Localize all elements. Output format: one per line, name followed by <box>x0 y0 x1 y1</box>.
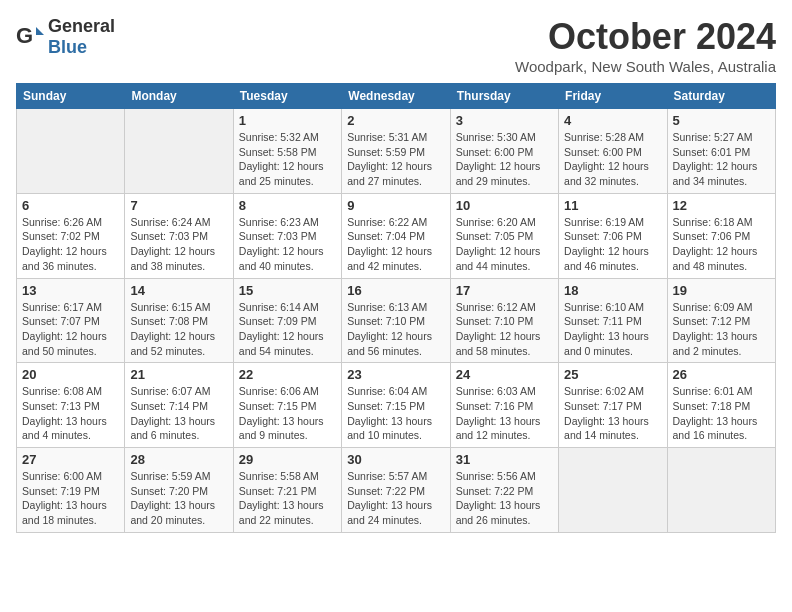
day-number: 30 <box>347 452 444 467</box>
day-info: Sunrise: 6:22 AMSunset: 7:04 PMDaylight:… <box>347 215 444 274</box>
day-cell: 30Sunrise: 5:57 AMSunset: 7:22 PMDayligh… <box>342 448 450 533</box>
day-info: Sunrise: 6:08 AMSunset: 7:13 PMDaylight:… <box>22 384 119 443</box>
header-row: Sunday Monday Tuesday Wednesday Thursday… <box>17 84 776 109</box>
day-cell: 6Sunrise: 6:26 AMSunset: 7:02 PMDaylight… <box>17 193 125 278</box>
day-cell: 18Sunrise: 6:10 AMSunset: 7:11 PMDayligh… <box>559 278 667 363</box>
day-info: Sunrise: 5:58 AMSunset: 7:21 PMDaylight:… <box>239 469 336 528</box>
col-monday: Monday <box>125 84 233 109</box>
logo-text: General Blue <box>48 16 115 58</box>
day-cell: 24Sunrise: 6:03 AMSunset: 7:16 PMDayligh… <box>450 363 558 448</box>
day-info: Sunrise: 6:14 AMSunset: 7:09 PMDaylight:… <box>239 300 336 359</box>
day-cell: 4Sunrise: 5:28 AMSunset: 6:00 PMDaylight… <box>559 109 667 194</box>
day-cell: 5Sunrise: 5:27 AMSunset: 6:01 PMDaylight… <box>667 109 775 194</box>
day-number: 22 <box>239 367 336 382</box>
day-number: 28 <box>130 452 227 467</box>
day-cell <box>667 448 775 533</box>
week-row-2: 6Sunrise: 6:26 AMSunset: 7:02 PMDaylight… <box>17 193 776 278</box>
day-number: 8 <box>239 198 336 213</box>
col-saturday: Saturday <box>667 84 775 109</box>
day-info: Sunrise: 5:28 AMSunset: 6:00 PMDaylight:… <box>564 130 661 189</box>
day-number: 12 <box>673 198 770 213</box>
day-number: 24 <box>456 367 553 382</box>
day-number: 23 <box>347 367 444 382</box>
day-cell: 2Sunrise: 5:31 AMSunset: 5:59 PMDaylight… <box>342 109 450 194</box>
day-info: Sunrise: 6:02 AMSunset: 7:17 PMDaylight:… <box>564 384 661 443</box>
day-number: 10 <box>456 198 553 213</box>
col-thursday: Thursday <box>450 84 558 109</box>
day-cell <box>125 109 233 194</box>
day-info: Sunrise: 6:17 AMSunset: 7:07 PMDaylight:… <box>22 300 119 359</box>
day-number: 27 <box>22 452 119 467</box>
svg-text:G: G <box>16 23 33 48</box>
day-info: Sunrise: 6:18 AMSunset: 7:06 PMDaylight:… <box>673 215 770 274</box>
day-info: Sunrise: 6:07 AMSunset: 7:14 PMDaylight:… <box>130 384 227 443</box>
logo-icon: G <box>16 23 44 51</box>
week-row-1: 1Sunrise: 5:32 AMSunset: 5:58 PMDaylight… <box>17 109 776 194</box>
day-cell: 28Sunrise: 5:59 AMSunset: 7:20 PMDayligh… <box>125 448 233 533</box>
day-number: 25 <box>564 367 661 382</box>
logo-blue: Blue <box>48 37 87 57</box>
day-cell: 13Sunrise: 6:17 AMSunset: 7:07 PMDayligh… <box>17 278 125 363</box>
day-cell <box>17 109 125 194</box>
day-number: 5 <box>673 113 770 128</box>
day-cell: 1Sunrise: 5:32 AMSunset: 5:58 PMDaylight… <box>233 109 341 194</box>
day-number: 26 <box>673 367 770 382</box>
day-cell: 11Sunrise: 6:19 AMSunset: 7:06 PMDayligh… <box>559 193 667 278</box>
day-cell: 22Sunrise: 6:06 AMSunset: 7:15 PMDayligh… <box>233 363 341 448</box>
day-info: Sunrise: 5:59 AMSunset: 7:20 PMDaylight:… <box>130 469 227 528</box>
day-cell: 17Sunrise: 6:12 AMSunset: 7:10 PMDayligh… <box>450 278 558 363</box>
day-info: Sunrise: 6:00 AMSunset: 7:19 PMDaylight:… <box>22 469 119 528</box>
day-number: 11 <box>564 198 661 213</box>
day-info: Sunrise: 6:12 AMSunset: 7:10 PMDaylight:… <box>456 300 553 359</box>
day-info: Sunrise: 6:20 AMSunset: 7:05 PMDaylight:… <box>456 215 553 274</box>
day-info: Sunrise: 5:31 AMSunset: 5:59 PMDaylight:… <box>347 130 444 189</box>
day-cell: 31Sunrise: 5:56 AMSunset: 7:22 PMDayligh… <box>450 448 558 533</box>
day-cell: 26Sunrise: 6:01 AMSunset: 7:18 PMDayligh… <box>667 363 775 448</box>
day-info: Sunrise: 5:32 AMSunset: 5:58 PMDaylight:… <box>239 130 336 189</box>
calendar-header: Sunday Monday Tuesday Wednesday Thursday… <box>17 84 776 109</box>
day-number: 19 <box>673 283 770 298</box>
day-number: 1 <box>239 113 336 128</box>
day-cell: 15Sunrise: 6:14 AMSunset: 7:09 PMDayligh… <box>233 278 341 363</box>
day-info: Sunrise: 6:10 AMSunset: 7:11 PMDaylight:… <box>564 300 661 359</box>
day-cell <box>559 448 667 533</box>
day-number: 9 <box>347 198 444 213</box>
page-header: G General Blue October 2024 Woodpark, Ne… <box>16 16 776 75</box>
day-info: Sunrise: 5:30 AMSunset: 6:00 PMDaylight:… <box>456 130 553 189</box>
day-info: Sunrise: 5:56 AMSunset: 7:22 PMDaylight:… <box>456 469 553 528</box>
day-cell: 29Sunrise: 5:58 AMSunset: 7:21 PMDayligh… <box>233 448 341 533</box>
day-number: 7 <box>130 198 227 213</box>
col-friday: Friday <box>559 84 667 109</box>
day-number: 21 <box>130 367 227 382</box>
calendar-body: 1Sunrise: 5:32 AMSunset: 5:58 PMDaylight… <box>17 109 776 533</box>
day-info: Sunrise: 5:27 AMSunset: 6:01 PMDaylight:… <box>673 130 770 189</box>
calendar: Sunday Monday Tuesday Wednesday Thursday… <box>16 83 776 533</box>
day-info: Sunrise: 6:23 AMSunset: 7:03 PMDaylight:… <box>239 215 336 274</box>
day-number: 15 <box>239 283 336 298</box>
day-cell: 8Sunrise: 6:23 AMSunset: 7:03 PMDaylight… <box>233 193 341 278</box>
day-cell: 27Sunrise: 6:00 AMSunset: 7:19 PMDayligh… <box>17 448 125 533</box>
day-number: 6 <box>22 198 119 213</box>
title-area: October 2024 Woodpark, New South Wales, … <box>515 16 776 75</box>
day-info: Sunrise: 6:15 AMSunset: 7:08 PMDaylight:… <box>130 300 227 359</box>
logo-general: General <box>48 16 115 36</box>
day-number: 31 <box>456 452 553 467</box>
location-title: Woodpark, New South Wales, Australia <box>515 58 776 75</box>
day-info: Sunrise: 6:13 AMSunset: 7:10 PMDaylight:… <box>347 300 444 359</box>
day-cell: 9Sunrise: 6:22 AMSunset: 7:04 PMDaylight… <box>342 193 450 278</box>
day-cell: 10Sunrise: 6:20 AMSunset: 7:05 PMDayligh… <box>450 193 558 278</box>
week-row-3: 13Sunrise: 6:17 AMSunset: 7:07 PMDayligh… <box>17 278 776 363</box>
week-row-5: 27Sunrise: 6:00 AMSunset: 7:19 PMDayligh… <box>17 448 776 533</box>
day-cell: 20Sunrise: 6:08 AMSunset: 7:13 PMDayligh… <box>17 363 125 448</box>
day-number: 29 <box>239 452 336 467</box>
day-info: Sunrise: 6:06 AMSunset: 7:15 PMDaylight:… <box>239 384 336 443</box>
day-number: 18 <box>564 283 661 298</box>
col-tuesday: Tuesday <box>233 84 341 109</box>
day-info: Sunrise: 6:03 AMSunset: 7:16 PMDaylight:… <box>456 384 553 443</box>
day-cell: 7Sunrise: 6:24 AMSunset: 7:03 PMDaylight… <box>125 193 233 278</box>
day-cell: 3Sunrise: 5:30 AMSunset: 6:00 PMDaylight… <box>450 109 558 194</box>
day-number: 17 <box>456 283 553 298</box>
day-info: Sunrise: 6:19 AMSunset: 7:06 PMDaylight:… <box>564 215 661 274</box>
day-info: Sunrise: 5:57 AMSunset: 7:22 PMDaylight:… <box>347 469 444 528</box>
day-number: 4 <box>564 113 661 128</box>
